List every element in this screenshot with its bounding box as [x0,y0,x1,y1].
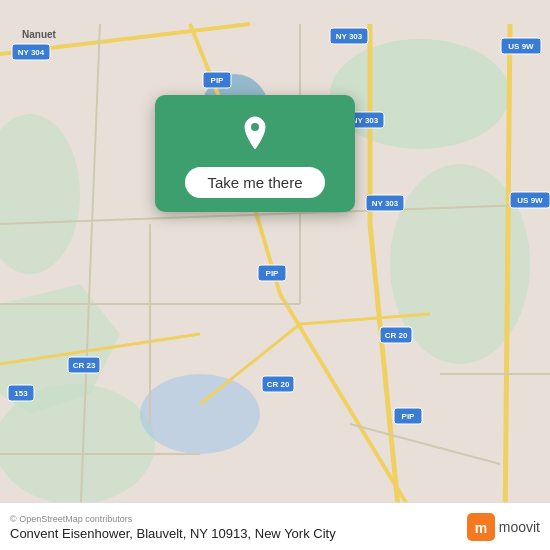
popup-card: Take me there [155,95,355,212]
moovit-label: moovit [499,519,540,535]
svg-text:CR 23: CR 23 [73,361,96,370]
svg-text:153: 153 [14,389,28,398]
svg-text:NY 303: NY 303 [352,116,379,125]
svg-point-2 [0,114,80,274]
svg-point-5 [140,374,260,454]
map-svg: NY 303 NY 303 NY 303 NY 304 US 9W US 9W … [0,0,550,550]
moovit-icon: m [467,513,495,541]
bottom-left: © OpenStreetMap contributors Convent Eis… [10,514,336,541]
svg-text:Nanuet: Nanuet [22,29,57,40]
svg-text:US 9W: US 9W [517,196,543,205]
svg-text:m: m [475,520,487,536]
svg-text:NY 303: NY 303 [336,32,363,41]
svg-text:CR 20: CR 20 [385,331,408,340]
svg-text:PIP: PIP [402,412,416,421]
svg-text:NY 303: NY 303 [372,199,399,208]
svg-point-54 [251,123,259,131]
location-pin-icon [233,113,277,157]
svg-text:PIP: PIP [211,76,225,85]
svg-text:US 9W: US 9W [508,42,534,51]
svg-text:PIP: PIP [266,269,280,278]
location-text: Convent Eisenhower, Blauvelt, NY 10913, … [10,526,336,541]
moovit-logo: m moovit [467,513,540,541]
svg-point-0 [330,39,510,149]
svg-text:NY 304: NY 304 [18,48,45,57]
bottom-bar: © OpenStreetMap contributors Convent Eis… [0,502,550,550]
svg-text:CR 20: CR 20 [267,380,290,389]
take-me-there-button[interactable]: Take me there [185,167,324,198]
copyright-text: © OpenStreetMap contributors [10,514,336,524]
map-container: NY 303 NY 303 NY 303 NY 304 US 9W US 9W … [0,0,550,550]
